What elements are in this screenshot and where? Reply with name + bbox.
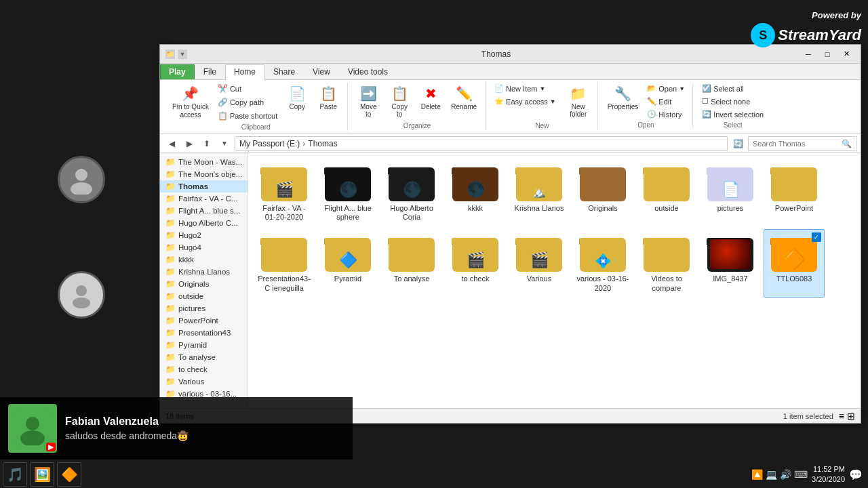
- svg-point-3: [76, 285, 87, 296]
- pin-to-quick-button[interactable]: 📌 Pin to Quickaccess: [168, 83, 213, 122]
- taskbar-app-photos[interactable]: 🖼️: [30, 462, 54, 487]
- sidebar-item-outside[interactable]: 📁 outside: [160, 290, 248, 302]
- list-item[interactable]: 🔷 Pyramid: [317, 229, 378, 297]
- file-name: Videos to compare: [639, 274, 694, 292]
- address-path[interactable]: My Passport (E:) › Thomas: [235, 136, 728, 151]
- streamyard-text: StreamYard: [778, 26, 861, 44]
- copy-button[interactable]: 📄 Copy: [282, 83, 312, 122]
- tab-video-tools[interactable]: Video tools: [339, 64, 397, 79]
- history-button[interactable]: 🕒 History: [644, 108, 688, 120]
- sidebar-item-moon-obj[interactable]: 📁 The Moon's obje...: [160, 168, 248, 180]
- refresh-button[interactable]: 🔄: [730, 136, 745, 151]
- sidebar-item-to-analyse[interactable]: 📁 To analyse: [160, 351, 248, 363]
- list-item[interactable]: PowerPoint: [764, 159, 825, 226]
- back-button[interactable]: ◀: [164, 136, 179, 151]
- search-input[interactable]: [753, 140, 842, 148]
- tab-home[interactable]: Home: [225, 64, 264, 80]
- list-item[interactable]: 🌑 Flight A... blue sphere: [317, 159, 378, 226]
- path-root: My Passport (E:): [239, 139, 300, 148]
- tab-file[interactable]: File: [195, 64, 225, 79]
- window-controls[interactable]: ─ □ ✕: [800, 48, 855, 60]
- recent-button[interactable]: ▼: [217, 136, 232, 151]
- sidebar-item-krishna[interactable]: 📁 Krishna Llanos: [160, 266, 248, 278]
- sidebar-item-fairfax[interactable]: 📁 Fairfax - VA - C...: [160, 192, 248, 205]
- cut-button[interactable]: ✂️ Cut: [214, 83, 281, 95]
- list-item[interactable]: 🌑 kkkk: [445, 159, 506, 226]
- sidebar-label: Krishna Llanos: [178, 268, 230, 276]
- ribbon-group-open: 🔧 Properties 📂 Open ▼ ✏️ Edit 🕒: [599, 83, 693, 129]
- list-item[interactable]: ✓ 🔶 TTLO5083: [764, 229, 825, 297]
- move-to-button[interactable]: ➡️ Moveto: [353, 83, 383, 121]
- sidebar-item-flight[interactable]: 📁 Flight A... blue s...: [160, 205, 248, 217]
- folder-thumbnail: [770, 163, 818, 201]
- view-details-button[interactable]: ≡: [839, 411, 844, 422]
- select-none-button[interactable]: ☐ Select none: [698, 96, 767, 107]
- list-item[interactable]: To analyse: [381, 229, 442, 297]
- list-item[interactable]: Videos to compare: [636, 229, 697, 297]
- taskbar-app-vlc[interactable]: 🔶: [57, 462, 81, 487]
- sidebar-item-hugo[interactable]: 📁 Hugo Alberto C...: [160, 217, 248, 229]
- sidebar-item-hugo2[interactable]: 📁 Hugo2: [160, 229, 248, 241]
- copy-path-button[interactable]: 🔗 Copy path: [214, 96, 281, 108]
- up-button[interactable]: ⬆: [199, 136, 214, 151]
- open-button[interactable]: 📂 Open ▼: [644, 83, 688, 94]
- sidebar-item-pyramid[interactable]: 📁 Pyramid: [160, 339, 248, 351]
- tab-share[interactable]: Share: [264, 64, 304, 79]
- list-item[interactable]: IMG_8437: [700, 229, 761, 297]
- sidebar-item-pictures[interactable]: 📁 pictures: [160, 302, 248, 314]
- list-item[interactable]: 🏔️ Krishna Llanos: [509, 159, 570, 226]
- maximize-button[interactable]: □: [818, 48, 836, 60]
- tab-view[interactable]: View: [304, 64, 339, 79]
- select-all-button[interactable]: ☑️ Select all: [698, 83, 767, 94]
- list-item[interactable]: Originals: [572, 159, 633, 226]
- copy-to-button[interactable]: 📋 Copyto: [384, 83, 414, 121]
- list-item[interactable]: 📄 pictures: [700, 159, 761, 226]
- sidebar-item-hugo4[interactable]: 📁 Hugo4: [160, 241, 248, 253]
- tab-play[interactable]: Play: [160, 64, 195, 79]
- sidebar-label: pictures: [178, 304, 205, 312]
- new-item-button[interactable]: 📄 New Item ▼: [491, 83, 559, 94]
- rename-button[interactable]: ✏️ Rename: [447, 83, 481, 121]
- folder-thumbnail: 📄: [707, 163, 754, 201]
- invert-selection-button[interactable]: 🔄 Invert selection: [698, 108, 767, 120]
- sidebar-item-powerpoint[interactable]: 📁 PowerPoint: [160, 314, 248, 327]
- list-item[interactable]: 🌑 Hugo Alberto Coria: [381, 159, 442, 226]
- select-all-icon: ☑️: [702, 84, 711, 93]
- easy-access-button[interactable]: ⭐ Easy access ▼: [491, 96, 559, 107]
- forward-button[interactable]: ▶: [182, 136, 197, 151]
- sidebar-item-thomas[interactable]: 📁 Thomas: [160, 180, 248, 192]
- close-button[interactable]: ✕: [837, 48, 855, 60]
- folder-icon: 📁: [165, 352, 176, 362]
- edit-button[interactable]: ✏️ Edit: [644, 96, 688, 107]
- selected-count: 1 item selected: [783, 412, 833, 420]
- list-item[interactable]: outside: [636, 159, 697, 226]
- minimize-button[interactable]: ─: [800, 48, 817, 60]
- organize-label: Organize: [353, 121, 481, 129]
- tray-up-arrow[interactable]: 🔼: [751, 469, 763, 480]
- sidebar-item-moon-wash[interactable]: 📁 The Moon - Was...: [160, 156, 248, 168]
- view-grid-button[interactable]: ⊞: [847, 411, 855, 422]
- paste-shortcut-label: Paste shortcut: [230, 112, 277, 120]
- folder-icon: 📁: [165, 206, 176, 216]
- sidebar-item-various[interactable]: 📁 Various: [160, 375, 248, 388]
- list-item[interactable]: 🎬 Fairfax - VA - 01-20-2020: [254, 159, 315, 226]
- title-bar-nav: ▼: [178, 49, 187, 59]
- list-item[interactable]: 🎬 Various: [509, 229, 570, 297]
- sidebar-item-kkkk[interactable]: 📁 kkkk: [160, 253, 248, 266]
- sidebar-item-presentation[interactable]: 📁 Presentation43: [160, 327, 248, 339]
- sidebar-item-originals[interactable]: 📁 Originals: [160, 278, 248, 290]
- taskbar-app-itunes[interactable]: 🎵: [3, 462, 27, 487]
- list-item[interactable]: Presentation43-C ieneguilla: [254, 229, 315, 297]
- list-item[interactable]: 🎬 to check: [445, 229, 506, 297]
- delete-button[interactable]: ✖ Delete: [416, 83, 446, 121]
- properties-button[interactable]: 🔧 Properties: [604, 83, 643, 120]
- search-box[interactable]: 🔍: [748, 136, 856, 151]
- tray-clock[interactable]: 11:52 PM 3/20/2020: [812, 464, 845, 485]
- list-item[interactable]: 💠 various - 03-16-2020: [572, 229, 633, 297]
- paste-button[interactable]: 📋 Paste: [313, 83, 343, 122]
- notification-button[interactable]: 💬: [849, 468, 863, 481]
- new-folder-button[interactable]: 📁 Newfolder: [564, 83, 593, 121]
- folder-icon: 📁: [165, 316, 176, 325]
- sidebar-item-to-check[interactable]: 📁 to check: [160, 363, 248, 375]
- paste-shortcut-button[interactable]: 📋 Paste shortcut: [214, 110, 281, 122]
